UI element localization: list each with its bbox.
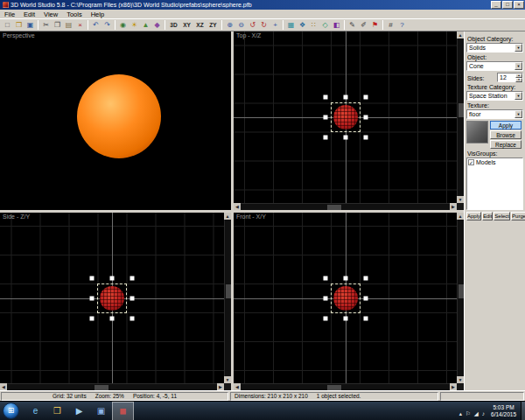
vertical-scrollbar[interactable]: ▲ ▼ [224, 213, 231, 383]
visgroups-list[interactable]: ✓Models [466, 158, 523, 210]
viewport-top[interactable]: Top - X/Z ▲ ▼ ◀ ▶ [234, 32, 464, 210]
scrollbar-thumb[interactable] [327, 205, 341, 210]
volume-icon[interactable]: ♪ [482, 410, 485, 416]
visgroups-edit-button[interactable]: Edit [482, 212, 493, 220]
selected-object[interactable] [100, 286, 124, 311]
vertical-scrollbar[interactable]: ▲ ▼ [457, 32, 464, 203]
texture-select[interactable]: floor ▼ [466, 109, 523, 119]
csg-tool-icon[interactable]: ◧ [331, 19, 342, 31]
scroll-down-icon[interactable]: ▼ [224, 376, 231, 383]
taskbar-internet-explorer-icon[interactable]: e [24, 402, 46, 420]
menu-help[interactable]: Help [87, 10, 108, 18]
scroll-right-icon[interactable]: ▶ [217, 383, 224, 390]
select-tool-icon[interactable]: ▦ [285, 19, 297, 31]
object-select[interactable]: Cone ▼ [466, 61, 523, 71]
visgroup-item[interactable]: ✓Models [468, 159, 522, 165]
selection-handle[interactable] [323, 116, 327, 120]
grid-toggle-icon[interactable]: # [385, 19, 396, 31]
model-icon[interactable]: ◆ [151, 19, 163, 31]
selection-handle[interactable] [363, 276, 368, 280]
spin-down-icon[interactable]: ▼ [515, 78, 522, 82]
chevron-down-icon[interactable]: ▼ [514, 92, 522, 100]
visgroups-select-button[interactable]: Select [494, 212, 510, 220]
texture-preview[interactable] [466, 121, 488, 144]
new-file-icon[interactable]: □ [2, 19, 13, 31]
selection-handle[interactable] [323, 136, 327, 140]
move-tool-icon[interactable]: ❖ [297, 19, 308, 31]
selection-handle[interactable] [323, 276, 327, 280]
scroll-down-icon[interactable]: ▼ [457, 196, 464, 203]
action-center-icon[interactable]: ⚐ [466, 410, 471, 416]
chevron-down-icon[interactable]: ▼ [514, 110, 522, 118]
view-xz-button[interactable]: XZ [193, 19, 206, 31]
visgroups-apply-button[interactable]: Apply [466, 212, 481, 220]
texture-category-select[interactable]: Space Station ▼ [466, 91, 523, 101]
pan-icon[interactable]: + [270, 19, 281, 31]
show-desktop-button[interactable] [521, 402, 525, 420]
chevron-down-icon[interactable]: ▼ [514, 62, 522, 70]
camera-icon[interactable]: ◉ [117, 19, 129, 31]
redo-icon[interactable]: ↷ [102, 19, 113, 31]
maximize-button[interactable]: □ [502, 1, 513, 9]
terrain-icon[interactable]: ▲ [140, 19, 151, 31]
sphere-object[interactable] [77, 74, 161, 158]
selection-handle[interactable] [363, 296, 368, 300]
selection-handle[interactable] [90, 296, 94, 300]
light-icon[interactable]: ☀ [129, 19, 140, 31]
vertical-scrollbar[interactable]: ▲ ▼ [457, 213, 464, 383]
face-tool-icon[interactable]: ◇ [319, 19, 331, 31]
viewport-perspective[interactable]: Perspective [0, 32, 231, 210]
replace-button[interactable]: Replace [490, 140, 522, 149]
viewport-front[interactable]: Front - X/Y ▲ ▼ ◀ ▶ [234, 213, 464, 390]
object-category-select[interactable]: Solids ▼ [466, 43, 523, 52]
delete-icon[interactable]: × [74, 19, 86, 31]
selection-handle[interactable] [110, 276, 115, 280]
checkbox-icon[interactable]: ✓ [468, 159, 474, 165]
selection-handle[interactable] [343, 276, 347, 280]
open-folder-icon[interactable]: ❒ [13, 19, 24, 31]
selection-handle[interactable] [130, 316, 135, 320]
copy-icon[interactable]: ❐ [52, 19, 63, 31]
scroll-up-icon[interactable]: ▲ [457, 32, 464, 38]
network-icon[interactable]: ◢ [474, 410, 479, 416]
menu-file[interactable]: File [0, 10, 19, 18]
viewport-side-canvas[interactable] [0, 213, 224, 383]
paste-icon[interactable]: ▤ [63, 19, 74, 31]
taskbar-clock[interactable]: 5:03 PM 6/14/2015 [486, 404, 521, 418]
zoom-out-icon[interactable]: ⊖ [235, 19, 247, 31]
selection-handle[interactable] [130, 276, 135, 280]
vertex-tool-icon[interactable]: ∷ [308, 19, 319, 31]
browse-button[interactable]: Browse [490, 130, 522, 139]
selected-object[interactable] [333, 105, 358, 130]
chevron-down-icon[interactable]: ▼ [514, 44, 522, 52]
selected-object[interactable] [333, 286, 358, 311]
undo-icon[interactable]: ↶ [90, 19, 102, 31]
selection-marker[interactable] [92, 278, 132, 318]
zoom-in-icon[interactable]: ⊕ [224, 19, 235, 31]
selection-handle[interactable] [90, 276, 94, 280]
scroll-right-icon[interactable]: ▶ [450, 203, 457, 210]
selection-handle[interactable] [343, 316, 347, 320]
selection-handle[interactable] [323, 95, 327, 100]
help-icon[interactable]: ? [396, 19, 408, 31]
close-button[interactable]: × [514, 1, 524, 9]
view-xy-button[interactable]: XY [180, 19, 193, 31]
visgroups-purge-button[interactable]: Purge [511, 212, 525, 220]
scroll-down-icon[interactable]: ▼ [457, 376, 464, 383]
menu-view[interactable]: View [39, 10, 62, 18]
selection-handle[interactable] [110, 316, 115, 320]
scroll-up-icon[interactable]: ▲ [224, 213, 231, 220]
selection-handle[interactable] [323, 316, 327, 320]
hidden-icons-icon[interactable]: ▴ [459, 410, 462, 416]
selection-handle[interactable] [90, 316, 94, 320]
taskbar-3d-world-studio-icon[interactable]: ◼ [112, 402, 134, 420]
scroll-left-icon[interactable]: ◀ [234, 203, 241, 210]
rotate-right-icon[interactable]: ↻ [258, 19, 270, 31]
taskbar-explorer-icon[interactable]: ❒ [46, 402, 68, 420]
selection-handle[interactable] [343, 95, 347, 100]
scroll-right-icon[interactable]: ▶ [450, 383, 457, 390]
menu-edit[interactable]: Edit [19, 10, 39, 18]
selection-handle[interactable] [363, 136, 368, 140]
apply-texture-button[interactable]: Apply [490, 121, 522, 130]
cut-icon[interactable]: ✂ [40, 19, 52, 31]
